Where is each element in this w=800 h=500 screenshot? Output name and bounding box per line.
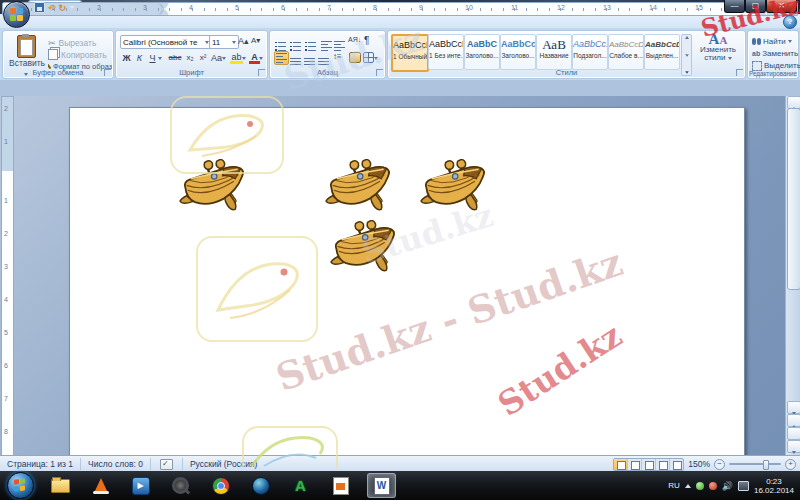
italic-button[interactable]: К bbox=[133, 52, 146, 64]
shrink-font-button[interactable]: A▾ bbox=[250, 35, 261, 46]
style-subtle-emphasis[interactable]: AaBbCcDi Слабое в... bbox=[608, 34, 644, 70]
dialog-launcher-icon[interactable] bbox=[376, 69, 383, 76]
taskbar-powerpoint-button[interactable] bbox=[327, 474, 354, 497]
font-color-dropdown-icon[interactable] bbox=[259, 57, 263, 60]
network-icon[interactable] bbox=[738, 481, 749, 491]
taskbar-media-player-button[interactable]: ▶ bbox=[127, 474, 154, 497]
horizontal-ruler[interactable]: 1234567891011121314151617 bbox=[16, 2, 798, 16]
vertical-ruler[interactable]: 2112345678 bbox=[1, 96, 14, 455]
style-heading1[interactable]: AaBbC Заголово... bbox=[464, 34, 500, 70]
shading-button[interactable] bbox=[349, 52, 361, 63]
borders-dropdown-icon[interactable] bbox=[374, 57, 378, 60]
boat-clipart[interactable] bbox=[177, 159, 249, 213]
outline-view-button[interactable] bbox=[656, 459, 670, 470]
maximize-button[interactable]: ▢ bbox=[745, 0, 766, 13]
taskbar-vlc-button[interactable] bbox=[87, 474, 114, 497]
bold-button[interactable]: Ж bbox=[120, 52, 133, 64]
fullscreen-reading-view-button[interactable] bbox=[628, 459, 642, 470]
language-switcher[interactable]: RU bbox=[668, 481, 680, 490]
pilcrow-button[interactable]: ¶ bbox=[363, 34, 370, 47]
style-subtitle[interactable]: AaBbCc. Подзагол... bbox=[572, 34, 608, 70]
draft-view-button[interactable] bbox=[670, 459, 683, 470]
scroll-up-icon[interactable] bbox=[685, 36, 689, 39]
word-icon: W bbox=[374, 477, 390, 495]
grow-font-button[interactable]: A▴ bbox=[237, 35, 250, 47]
web-layout-view-button[interactable] bbox=[642, 459, 656, 470]
redo-icon[interactable]: ↻ bbox=[59, 3, 67, 13]
tray-red-icon[interactable] bbox=[709, 482, 717, 490]
customize-qat-icon[interactable] bbox=[69, 6, 75, 9]
style-emphasis[interactable]: AaBbCcDi Выделен... bbox=[644, 34, 680, 70]
hanging-indent-marker[interactable] bbox=[160, 10, 168, 15]
vlc-cone-icon bbox=[94, 478, 108, 493]
font-size-combo[interactable]: 11 bbox=[209, 35, 239, 49]
multilevel-list-icon bbox=[305, 41, 316, 51]
scroll-down-button[interactable] bbox=[787, 401, 800, 414]
close-button[interactable]: ✕ bbox=[766, 0, 797, 13]
browse-object-button[interactable] bbox=[787, 427, 800, 440]
align-left-button[interactable] bbox=[274, 51, 289, 65]
undo-icon[interactable]: ↶ bbox=[48, 3, 56, 13]
taskbar-a-app-button[interactable]: A bbox=[287, 474, 314, 497]
highlight-dropdown-icon[interactable] bbox=[242, 57, 246, 60]
minimize-button[interactable]: — bbox=[724, 0, 745, 13]
dialog-launcher-icon[interactable] bbox=[104, 69, 111, 76]
group-font: Calibri (Основной те 11 A▴ A▾ Ж К Ч abc … bbox=[115, 30, 268, 79]
zoom-slider[interactable] bbox=[729, 463, 781, 465]
dialog-launcher-icon[interactable] bbox=[258, 69, 265, 76]
previous-page-button[interactable] bbox=[787, 414, 800, 427]
ruler-number: 2 bbox=[4, 230, 8, 237]
ruler-tick bbox=[514, 8, 515, 11]
next-page-button[interactable] bbox=[787, 440, 800, 453]
boat-clipart[interactable] bbox=[328, 220, 400, 274]
boat-clipart[interactable] bbox=[323, 159, 395, 213]
document-page[interactable] bbox=[69, 107, 745, 455]
taskbar-search-app-button[interactable] bbox=[167, 474, 194, 497]
font-family-combo[interactable]: Calibri (Основной те bbox=[120, 35, 212, 49]
language-indicator[interactable]: Русский (Россия) bbox=[183, 458, 264, 470]
superscript-button[interactable]: x² bbox=[196, 52, 210, 63]
office-button[interactable] bbox=[3, 1, 30, 28]
word-count[interactable]: Число слов: 0 bbox=[81, 458, 151, 470]
print-layout-view-button[interactable] bbox=[614, 459, 628, 470]
style-normal[interactable]: AaBbCcDc 1 Обычный bbox=[391, 34, 429, 72]
start-button[interactable] bbox=[7, 472, 34, 499]
ruler-tick bbox=[284, 8, 285, 11]
style-title[interactable]: АаВ Название bbox=[536, 34, 572, 70]
page-indicator[interactable]: Страница: 1 из 1 bbox=[0, 458, 81, 470]
boat-clipart[interactable] bbox=[418, 159, 490, 213]
scrollbar-thumb[interactable] bbox=[787, 108, 800, 290]
first-line-indent-marker[interactable] bbox=[160, 3, 168, 8]
zoom-level[interactable]: 150% bbox=[688, 459, 710, 469]
style-no-spacing[interactable]: AaBbCcDc 1 Без инте... bbox=[428, 34, 464, 70]
strikethrough-button[interactable]: abc bbox=[166, 52, 184, 63]
ruler-tick bbox=[100, 8, 101, 11]
volume-icon[interactable]: 🔊 bbox=[722, 481, 733, 491]
save-icon[interactable] bbox=[34, 2, 45, 13]
underline-dropdown-icon[interactable] bbox=[158, 57, 162, 60]
sort-button[interactable]: АЯ↓ bbox=[347, 35, 362, 44]
taskbar-chrome-button[interactable] bbox=[207, 474, 234, 497]
help-icon[interactable]: ? bbox=[783, 15, 797, 29]
taskbar-explorer-button[interactable] bbox=[47, 474, 74, 497]
ruler-tick bbox=[629, 8, 630, 11]
zoom-out-icon[interactable]: − bbox=[714, 459, 725, 470]
tray-expand-icon[interactable] bbox=[685, 484, 691, 488]
style-heading2[interactable]: AaBbCc Заголово... bbox=[500, 34, 536, 70]
zoom-slider-thumb[interactable] bbox=[763, 460, 769, 470]
group-label-font: Шрифт bbox=[116, 68, 267, 77]
taskbar-browser-button[interactable] bbox=[247, 474, 274, 497]
dialog-launcher-icon[interactable] bbox=[736, 69, 743, 76]
quick-access-toolbar: ↶ ↻ bbox=[34, 2, 75, 13]
borders-button[interactable] bbox=[363, 52, 374, 63]
clock[interactable]: 0:23 16.02.2014 bbox=[754, 477, 794, 495]
spellcheck-status[interactable] bbox=[151, 458, 183, 470]
group-label-styles: Стили bbox=[388, 68, 745, 77]
scroll-down-icon[interactable] bbox=[685, 54, 689, 57]
vertical-scrollbar[interactable] bbox=[785, 96, 800, 455]
zoom-in-icon[interactable]: + bbox=[785, 459, 796, 470]
subscript-button[interactable]: x₂ bbox=[183, 52, 197, 63]
line-spacing-button[interactable]: ↕≡ bbox=[332, 51, 343, 62]
taskbar-word-button[interactable]: W bbox=[367, 473, 396, 498]
tray-green-icon[interactable] bbox=[696, 482, 704, 490]
